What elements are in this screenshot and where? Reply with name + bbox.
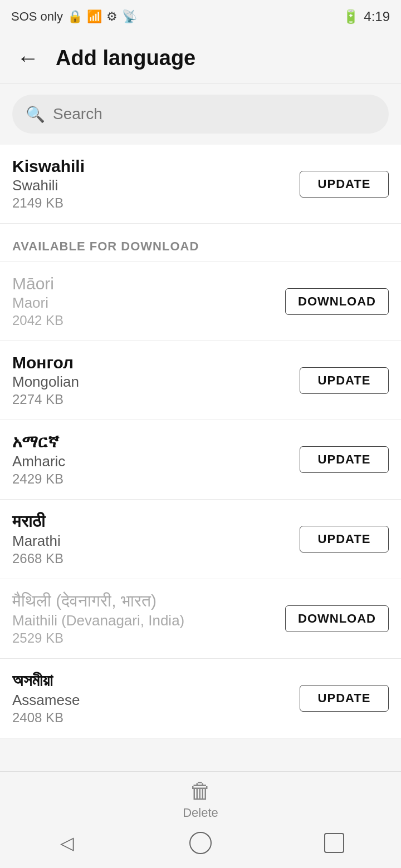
download-button[interactable]: DOWNLOAD: [285, 605, 389, 632]
list-item: मैथिली (देवनागरी, भारत) Maithili (Devana…: [0, 579, 401, 659]
lang-english-name: Mongolian: [12, 373, 79, 391]
header: ← Add language: [0, 33, 401, 83]
lang-english-name: Maori: [12, 294, 63, 312]
lang-native-name: Монгол: [12, 353, 79, 372]
delete-label: Delete: [183, 806, 218, 820]
update-button[interactable]: UPDATE: [300, 685, 389, 712]
update-button[interactable]: UPDATE: [300, 367, 389, 394]
lang-native-name: मराठी: [12, 512, 63, 531]
lang-native-name: አማርኛ: [12, 432, 65, 452]
search-container: 🔍: [0, 83, 401, 145]
lang-size: 2149 KB: [12, 195, 85, 211]
status-left: SOS only 🔒 📶 ⚙ 📡: [11, 9, 137, 24]
lang-size: 2668 KB: [12, 551, 63, 566]
delete-icon: 🗑: [189, 778, 212, 803]
lang-info: অসমীয়া Assamese 2408 KB: [12, 671, 80, 726]
update-button[interactable]: UPDATE: [300, 446, 389, 473]
lock-icon: 🔒: [67, 9, 82, 24]
lang-info: मराठी Marathi 2668 KB: [12, 512, 63, 566]
lang-native-name: Māori: [12, 274, 63, 293]
lang-size: 2274 KB: [12, 392, 79, 407]
lang-native-name: मैथिली (देवनागरी, भारत): [12, 591, 184, 611]
page-title: Add language: [56, 46, 195, 70]
lang-info: አማርኛ Amharic 2429 KB: [12, 432, 65, 487]
search-bar: 🔍: [12, 95, 389, 134]
lang-english-name: Amharic: [12, 453, 65, 470]
update-button[interactable]: UPDATE: [300, 526, 389, 553]
list-item: मराठी Marathi 2668 KB UPDATE: [0, 500, 401, 579]
lang-english-name: Assamese: [12, 692, 80, 709]
list-item: Māori Maori 2042 KB DOWNLOAD: [0, 262, 401, 341]
list-item: অসমীয়া Assamese 2408 KB UPDATE: [0, 659, 401, 738]
lang-english-name: Swahili: [12, 177, 85, 194]
lang-info: Māori Maori 2042 KB: [12, 274, 63, 328]
nav-bar: [0, 823, 401, 868]
content-area: Kiswahili Swahili 2149 KB UPDATE AVAILAB…: [0, 145, 401, 738]
back-button[interactable]: ←: [11, 46, 45, 71]
sos-text: SOS only: [11, 9, 63, 24]
lang-info: मैथिली (देवनागरी, भारत) Maithili (Devana…: [12, 591, 184, 646]
lang-info: Kiswahili Swahili 2149 KB: [12, 157, 85, 211]
delete-section: 🗑 Delete: [0, 772, 401, 823]
nav-back-button[interactable]: [45, 826, 89, 860]
status-bar: SOS only 🔒 📶 ⚙ 📡 🔋 4:19: [0, 0, 401, 33]
update-button[interactable]: UPDATE: [300, 171, 389, 198]
list-item: Kiswahili Swahili 2149 KB UPDATE: [0, 145, 401, 224]
list-item: አማርኛ Amharic 2429 KB UPDATE: [0, 420, 401, 500]
lang-english-name: Maithili (Devanagari, India): [12, 612, 184, 629]
settings-icon: ⚙: [106, 9, 118, 24]
lang-size: 2408 KB: [12, 710, 80, 726]
lang-english-name: Marathi: [12, 532, 63, 550]
section-header-available: AVAILABLE FOR DOWNLOAD: [0, 224, 401, 262]
status-right: 🔋 4:19: [343, 9, 390, 24]
time-display: 4:19: [364, 9, 390, 24]
search-input[interactable]: [53, 105, 375, 123]
signal-icon: 📡: [122, 9, 137, 24]
search-icon: 🔍: [26, 105, 45, 124]
lang-native-name: অসমীয়া: [12, 671, 80, 691]
lang-native-name: Kiswahili: [12, 157, 85, 176]
nav-recent-button[interactable]: [312, 826, 356, 860]
wifi-icon: 📶: [87, 9, 102, 24]
list-item: Монгол Mongolian 2274 KB UPDATE: [0, 341, 401, 420]
download-button[interactable]: DOWNLOAD: [285, 288, 389, 315]
nav-home-button[interactable]: [178, 826, 223, 860]
lang-size: 2042 KB: [12, 313, 63, 328]
lang-size: 2529 KB: [12, 630, 184, 646]
lang-info: Монгол Mongolian 2274 KB: [12, 353, 79, 407]
bottom-bar: 🗑 Delete: [0, 771, 401, 868]
lang-size: 2429 KB: [12, 471, 65, 487]
battery-icon: 🔋: [343, 9, 359, 24]
